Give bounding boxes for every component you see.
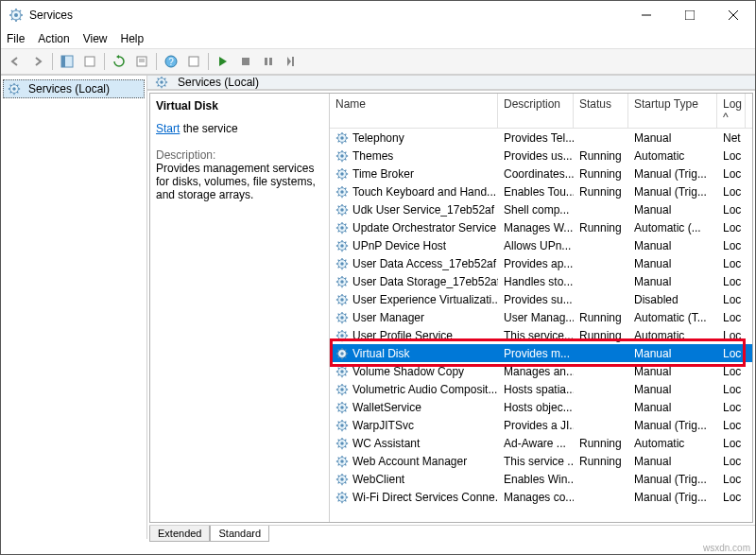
close-button[interactable] [712, 1, 755, 29]
service-startup: Manual (Trig... [628, 491, 717, 504]
service-row[interactable]: Update Orchestrator ServiceManages W...R… [330, 218, 752, 236]
menu-help[interactable]: Help [121, 32, 145, 45]
service-desc: Enables Tou... [498, 185, 574, 199]
service-status: Running [574, 311, 628, 324]
menu-view[interactable]: View [83, 32, 108, 45]
service-row[interactable]: ThemesProvides us...RunningAutomaticLoc [330, 147, 752, 165]
service-logon: Loc [717, 221, 746, 234]
service-desc: Provides us... [498, 149, 574, 163]
maximize-button[interactable] [668, 1, 712, 29]
service-desc: Provides m... [498, 347, 574, 360]
service-row[interactable]: WarpJITSvcProvides a JI...Manual (Trig..… [330, 416, 752, 434]
service-row[interactable]: Volume Shadow CopyManages an...ManualLoc [330, 362, 752, 380]
help-button[interactable]: ? [161, 51, 181, 72]
back-button[interactable] [5, 51, 26, 72]
service-desc: Enables Win... [498, 473, 574, 486]
menu-file[interactable]: File [7, 32, 25, 45]
service-desc: Handles sto... [498, 275, 574, 288]
service-row[interactable]: Wi-Fi Direct Services Conne...Manages co… [330, 488, 752, 506]
service-startup: Disabled [628, 293, 717, 306]
service-row[interactable]: Touch Keyboard and Hand...Enables Tou...… [330, 182, 752, 200]
list-body[interactable]: TelephonyProvides Tel...ManualNetThemesP… [330, 129, 752, 522]
start-service-button[interactable] [213, 51, 233, 72]
service-name: User Data Access_17eb52af [352, 257, 496, 270]
col-description[interactable]: Description [498, 94, 574, 128]
service-startup: Manual [628, 365, 717, 378]
pause-service-button[interactable] [258, 51, 279, 72]
service-desc: Shell comp... [498, 203, 574, 217]
services-icon [155, 76, 168, 89]
start-rest: the service [180, 122, 237, 135]
svg-rect-17 [269, 58, 272, 65]
right-header: Services (Local) [147, 76, 755, 91]
service-row[interactable]: WebClientEnables Win...Manual (Trig...Lo… [330, 470, 752, 488]
forward-button[interactable] [27, 51, 48, 72]
service-logon: Loc [717, 149, 746, 163]
service-status: Running [574, 455, 628, 468]
tabs: Extended Standard [149, 525, 755, 542]
service-row[interactable]: Web Account ManagerThis service ...Runni… [330, 452, 752, 470]
tree-pane: Services (Local) [1, 76, 147, 539]
menu-action[interactable]: Action [38, 32, 69, 45]
svg-rect-18 [292, 57, 294, 66]
service-row[interactable]: Time BrokerCoordinates...RunningManual (… [330, 165, 752, 182]
service-name: WalletService [352, 401, 421, 414]
service-desc: Manages co... [498, 491, 574, 504]
service-startup: Manual [628, 257, 717, 270]
stop-service-button[interactable] [235, 51, 256, 72]
start-link[interactable]: Start [156, 122, 180, 135]
export-button[interactable] [79, 51, 100, 72]
service-name: User Manager [352, 311, 424, 324]
service-row[interactable]: Virtual DiskProvides m...ManualLoc [330, 344, 752, 362]
col-status[interactable]: Status [574, 94, 628, 128]
svg-rect-15 [242, 58, 249, 65]
service-row[interactable]: User Profile ServiceThis service...Runni… [330, 326, 752, 344]
service-logon: Loc [717, 185, 746, 199]
service-row[interactable]: User Data Access_17eb52afProvides ap...M… [330, 254, 752, 272]
refresh-button[interactable] [109, 51, 129, 72]
col-startup[interactable]: Startup Type [628, 94, 717, 128]
service-startup: Automatic (... [628, 221, 717, 234]
service-logon: Loc [717, 293, 746, 306]
service-row[interactable]: TelephonyProvides Tel...ManualNet [330, 129, 752, 147]
service-name: User Profile Service [352, 329, 453, 342]
gear-icon [335, 347, 349, 360]
properties-button[interactable] [131, 51, 152, 72]
menu-bar: File Action View Help [1, 29, 755, 48]
service-startup: Manual [628, 383, 717, 396]
service-desc: Allows UPn... [498, 239, 574, 252]
service-row[interactable]: WalletServiceHosts objec...ManualLoc [330, 398, 752, 416]
tree-root-item[interactable]: Services (Local) [3, 79, 145, 98]
col-logon[interactable]: Log ^ [717, 94, 746, 128]
show-hide-tree-button[interactable] [57, 51, 77, 72]
tab-standard[interactable]: Standard [210, 526, 269, 542]
restart-service-button[interactable] [281, 51, 301, 72]
service-row[interactable]: User ManagerUser Manag...RunningAutomati… [330, 308, 752, 326]
service-row[interactable]: User Data Storage_17eb52afHandles sto...… [330, 272, 752, 290]
service-startup: Manual [628, 131, 717, 145]
svg-rect-3 [685, 10, 695, 20]
service-desc: Ad-Aware ... [498, 437, 574, 450]
service-row[interactable]: User Experience Virtualizati...Provides … [330, 290, 752, 308]
service-row[interactable]: Volumetric Audio Composit...Hosts spatia… [330, 380, 752, 398]
service-name: User Experience Virtualizati... [352, 293, 498, 306]
minimize-button[interactable] [625, 1, 668, 29]
service-row[interactable]: UPnP Device HostAllows UPn...ManualLoc [330, 236, 752, 254]
service-row[interactable]: Udk User Service_17eb52afShell comp...Ma… [330, 200, 752, 218]
services-icon [9, 8, 24, 23]
gear-icon [335, 239, 349, 252]
col-name[interactable]: Name [330, 94, 498, 128]
service-status: Running [574, 185, 628, 199]
service-desc: Hosts spatia... [498, 383, 574, 396]
service-desc: Manages an... [498, 365, 574, 378]
tab-extended[interactable]: Extended [149, 526, 210, 542]
service-desc: Provides Tel... [498, 131, 574, 145]
service-logon: Loc [717, 257, 746, 270]
help2-button[interactable] [183, 51, 204, 72]
gear-icon [335, 167, 349, 181]
service-startup: Manual (Trig... [628, 419, 717, 432]
service-logon: Loc [717, 401, 746, 414]
service-name: Themes [352, 149, 393, 163]
detail-title: Virtual Disk [156, 99, 323, 113]
service-row[interactable]: WC AssistantAd-Aware ...RunningAutomatic… [330, 434, 752, 452]
